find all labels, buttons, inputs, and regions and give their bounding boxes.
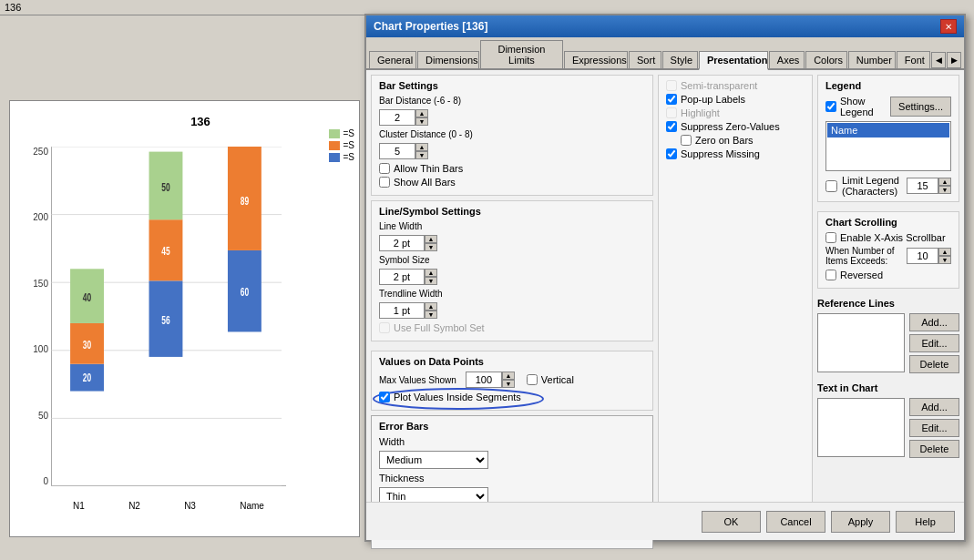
chart-background: 136 136 250 200 150 100 50 0	[0, 0, 369, 560]
plot-values-checkbox[interactable]	[379, 392, 390, 402]
trendline-width-down[interactable]: ▼	[425, 311, 437, 319]
tab-dimension-limits[interactable]: Dimension Limits	[480, 40, 563, 68]
cluster-distance-up[interactable]: ▲	[415, 143, 428, 151]
use-full-symbol-label: Use Full Symbol Set	[394, 322, 485, 333]
when-exceeds-up[interactable]: ▲	[938, 248, 951, 256]
enable-x-axis-row: Enable X-Axis Scrollbar	[825, 232, 951, 243]
enable-x-axis-label: Enable X-Axis Scrollbar	[840, 232, 946, 243]
tab-expressions[interactable]: Expressions	[564, 51, 628, 68]
when-exceeds-input[interactable]	[907, 248, 938, 264]
help-button[interactable]: Help	[896, 511, 955, 533]
zero-on-bars-row: Zero on Bars	[666, 135, 805, 146]
ok-button[interactable]: OK	[702, 511, 761, 533]
vertical-checkbox[interactable]	[527, 374, 538, 385]
tab-prev-button[interactable]: ◀	[931, 52, 946, 68]
svg-text:56: 56	[161, 313, 169, 326]
legend-list: Name	[825, 121, 951, 171]
cancel-button[interactable]: Cancel	[766, 511, 825, 533]
text-in-chart-edit-button[interactable]: Edit...	[909, 419, 959, 437]
use-full-symbol-checkbox[interactable]	[379, 322, 390, 333]
bar-distance-down[interactable]: ▼	[415, 117, 428, 126]
max-values-up[interactable]: ▲	[502, 372, 515, 380]
zero-on-bars-checkbox[interactable]	[681, 135, 692, 146]
svg-text:50: 50	[161, 180, 169, 193]
popup-labels-label: Pop-up Labels	[681, 94, 745, 105]
reversed-row: Reversed	[825, 270, 951, 280]
values-title: Values on Data Points	[379, 356, 645, 367]
semi-transparent-checkbox[interactable]	[666, 80, 677, 91]
reference-lines-list	[817, 313, 905, 372]
tab-sort[interactable]: Sort	[629, 51, 661, 68]
chart-svg: 20 30 40 56 45 50 60 89	[51, 147, 282, 486]
legend-title: Legend	[825, 80, 951, 91]
ref-lines-edit-button[interactable]: Edit...	[909, 334, 959, 352]
tab-axes[interactable]: Axes	[769, 51, 805, 68]
reversed-checkbox[interactable]	[825, 270, 836, 280]
apply-button[interactable]: Apply	[831, 511, 890, 533]
popup-labels-checkbox[interactable]	[666, 94, 677, 105]
middle-panel: Semi-transparent Pop-up Labels Highlight…	[658, 75, 813, 522]
limit-legend-input[interactable]	[907, 178, 938, 194]
cluster-distance-input[interactable]	[379, 143, 415, 159]
legend-settings-button[interactable]: Settings...	[890, 97, 951, 117]
tab-bar: General Dimensions Dimension Limits Expr…	[366, 37, 964, 70]
suppress-missing-checkbox[interactable]	[666, 148, 677, 159]
suppress-zero-checkbox[interactable]	[666, 121, 677, 132]
trendline-width-up[interactable]: ▲	[425, 302, 437, 311]
show-legend-label: Show Legend	[840, 96, 890, 117]
tab-presentation[interactable]: Presentation	[699, 51, 768, 70]
reference-lines-area: Add... Edit... Delete	[817, 313, 959, 373]
line-width-input[interactable]	[379, 235, 425, 251]
limit-legend-up[interactable]: ▲	[938, 178, 951, 186]
ref-lines-add-button[interactable]: Add...	[909, 313, 959, 331]
tab-style[interactable]: Style	[662, 51, 698, 68]
dialog-titlebar: Chart Properties [136] ✕	[366, 15, 964, 37]
max-values-down[interactable]: ▼	[502, 380, 515, 388]
when-exceeds-down[interactable]: ▼	[938, 256, 951, 264]
line-width-spinner: ▲ ▼	[379, 235, 437, 251]
svg-text:60: 60	[241, 285, 249, 298]
symbol-size-input-row: ▲ ▼	[379, 269, 645, 285]
reference-lines-section: Reference Lines Add... Edit... Delete	[817, 298, 959, 378]
tab-next-button[interactable]: ▶	[947, 52, 961, 68]
text-in-chart-delete-button[interactable]: Delete	[909, 440, 959, 458]
trendline-width-input[interactable]	[379, 302, 425, 319]
bar-distance-label: Bar Distance (-6 - 8)	[379, 96, 488, 106]
suppress-missing-row: Suppress Missing	[666, 148, 805, 159]
tab-number[interactable]: Number	[848, 51, 896, 68]
ref-lines-delete-button[interactable]: Delete	[909, 355, 959, 373]
cluster-distance-down[interactable]: ▼	[415, 151, 428, 159]
tab-general[interactable]: General	[369, 51, 416, 68]
symbol-size-input[interactable]	[379, 269, 425, 285]
reversed-label: Reversed	[840, 270, 883, 280]
show-legend-checkbox[interactable]	[825, 101, 836, 112]
chart-scrolling-section: Chart Scrolling Enable X-Axis Scrollbar …	[817, 211, 959, 289]
trendline-width-row: Trendline Width	[379, 289, 645, 299]
text-in-chart-add-button[interactable]: Add...	[909, 398, 959, 416]
popup-labels-row: Pop-up Labels	[666, 94, 805, 105]
plot-values-row: Plot Values Inside Segments	[379, 392, 645, 402]
symbol-size-down[interactable]: ▼	[425, 277, 437, 285]
allow-thin-bars-checkbox[interactable]	[379, 163, 390, 174]
limit-legend-down[interactable]: ▼	[938, 186, 951, 194]
enable-x-axis-checkbox[interactable]	[825, 232, 836, 243]
limit-legend-checkbox[interactable]	[825, 180, 837, 192]
dialog-close-button[interactable]: ✕	[940, 19, 957, 34]
show-all-bars-checkbox[interactable]	[379, 177, 390, 188]
text-in-chart-section: Text in Chart Add... Edit... Delete	[817, 382, 959, 463]
tab-colors[interactable]: Colors	[805, 51, 847, 68]
left-panel: Bar Settings Bar Distance (-6 - 8) ▲ ▼ C…	[371, 75, 653, 522]
line-width-up[interactable]: ▲	[425, 235, 437, 243]
tab-font[interactable]: Font	[897, 51, 930, 68]
error-width-select[interactable]: Medium Thin Thick	[379, 451, 488, 469]
bar-distance-up[interactable]: ▲	[415, 109, 428, 117]
max-values-input[interactable]	[466, 372, 502, 388]
symbol-size-up[interactable]: ▲	[425, 269, 437, 277]
line-width-down[interactable]: ▼	[425, 243, 437, 251]
tab-dimensions[interactable]: Dimensions	[417, 51, 479, 68]
highlight-checkbox[interactable]	[666, 107, 677, 118]
error-width-select-row: Medium Thin Thick	[379, 451, 645, 469]
when-exceeds-label: When Number of Items Exceeds:	[825, 246, 897, 266]
error-thickness-row: Thickness	[379, 473, 645, 484]
bar-distance-input[interactable]	[379, 109, 415, 126]
